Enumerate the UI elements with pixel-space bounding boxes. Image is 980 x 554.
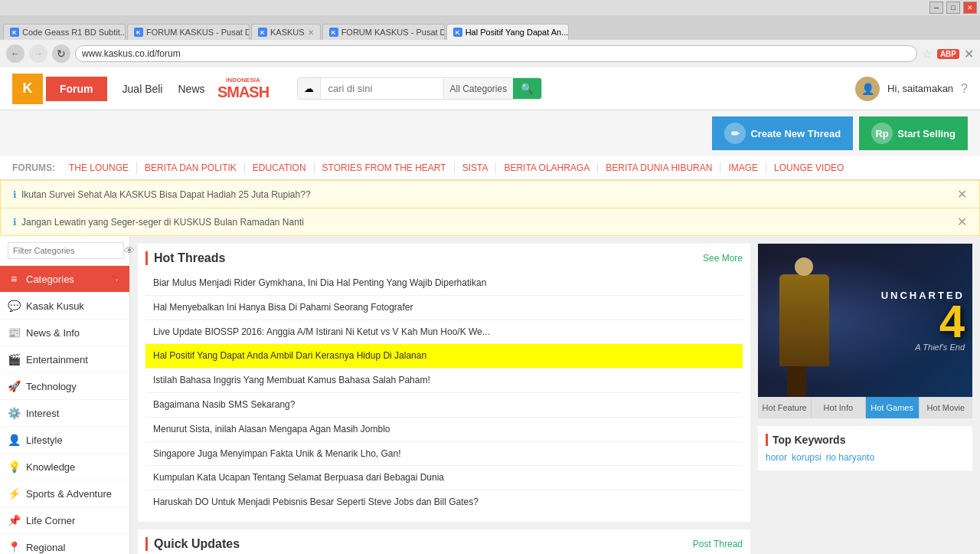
nav-lounge[interactable]: THE LOUNGE <box>61 162 137 173</box>
start-selling-button[interactable]: Rp Start Selling <box>859 116 968 150</box>
adblock-badge[interactable]: ABP <box>937 49 959 59</box>
thread-item-6[interactable]: Menurut Sista, inilah Alasan Mengapa Aga… <box>145 418 743 442</box>
game-tab-hot-feature[interactable]: Hot Feature <box>758 397 812 418</box>
sidebar-item-kasak-kusuk[interactable]: 💬 Kasak Kusuk <box>0 293 129 320</box>
maximize-button[interactable]: □ <box>946 2 960 14</box>
hot-threads-title: Hot Threads <box>145 251 225 265</box>
tab-2[interactable]: K FORUM KASKUS - Pusat D... ✕ <box>127 24 250 40</box>
tab-label-2: FORUM KASKUS - Pusat D... <box>146 28 250 37</box>
sidebar-item-interest[interactable]: ⚙️ Interest <box>0 400 129 427</box>
extension-button[interactable]: ✕ <box>964 47 974 61</box>
keyword-korupsi[interactable]: korupsi <box>792 452 822 463</box>
tab-1[interactable]: K Code Geass R1 BD Subtit... ✕ <box>3 24 126 40</box>
thread-item-0[interactable]: Biar Mulus Menjadi Rider Gymkhana, Ini D… <box>145 271 743 296</box>
sidebar-label-interest: Interest <box>26 408 59 419</box>
action-buttons: ✏ Create New Thread Rp Start Selling <box>0 110 980 156</box>
nav-berita-politik[interactable]: BERITA DAN POLITIK <box>137 162 245 173</box>
close-button[interactable]: ✕ <box>963 2 977 14</box>
categories-icon: ≡ <box>8 273 20 285</box>
address-input[interactable] <box>75 45 917 62</box>
see-more-link[interactable]: See More <box>703 253 743 264</box>
create-thread-icon: ✏ <box>724 123 746 144</box>
tab-4[interactable]: K FORUM KASKUS - Pusat D... ✕ <box>322 24 445 40</box>
sidebar-label-kasak-kusuk: Kasak Kusuk <box>26 300 84 312</box>
alert-icon-2: ℹ <box>13 217 17 228</box>
tab-favicon-1: K <box>10 28 19 37</box>
nav-sista[interactable]: SISTA <box>455 162 497 173</box>
left-content: Hot Threads See More Biar Mulus Menjadi … <box>138 244 750 554</box>
thread-item-3[interactable]: Hal Positif Yang Dapat Anda Ambil Dari K… <box>145 344 743 369</box>
nav-news[interactable]: News <box>178 83 204 95</box>
alert-close-1[interactable]: ✕ <box>957 187 967 202</box>
thread-item-9[interactable]: Haruskah DO Untuk Menjadi Pebisnis Besar… <box>145 490 743 514</box>
forum-button[interactable]: Forum <box>46 77 107 101</box>
sidebar-item-entertainment[interactable]: 🎬 Entertainment <box>0 346 129 373</box>
tab-3[interactable]: K KASKUS ✕ <box>251 24 321 40</box>
keyword-horor[interactable]: horor <box>766 452 787 463</box>
sidebar-item-technology[interactable]: 🚀 Technology <box>0 373 129 400</box>
forums-label: FORUMS: <box>12 162 55 173</box>
thread-item-7[interactable]: Singapore Juga Menyimpan Fakta Unik & Me… <box>145 442 743 467</box>
thread-item-5[interactable]: Bagaimana Nasib SMS Sekarang? <box>145 393 743 418</box>
regional-icon: 📍 <box>8 541 20 553</box>
keywords-list: horor korupsi rio haryanto <box>766 452 965 463</box>
user-avatar[interactable]: 👤 <box>855 77 880 101</box>
alert-close-2[interactable]: ✕ <box>957 215 967 229</box>
header-right: 👤 Hi, saitamakan ? <box>855 77 968 101</box>
nav-education[interactable]: EDUCATION <box>245 162 315 173</box>
back-button[interactable]: ← <box>6 44 24 63</box>
sidebar-label-regional: Regional <box>26 542 65 553</box>
tab-close-3[interactable]: ✕ <box>308 28 314 37</box>
post-thread-button[interactable]: Post Thread <box>693 539 743 549</box>
forward-button[interactable]: → <box>29 44 47 63</box>
forum-nav: FORUMS: THE LOUNGE BERITA DAN POLITIK ED… <box>0 156 980 180</box>
interest-icon: ⚙️ <box>8 407 20 419</box>
nav-olahraga[interactable]: BERITA OLAHRAGA <box>496 162 598 173</box>
kaskus-logo[interactable]: K <box>12 74 43 104</box>
create-thread-button[interactable]: ✏ Create New Thread <box>712 116 853 150</box>
filter-categories-input[interactable] <box>8 242 124 259</box>
game-tab-hot-games[interactable]: Hot Games <box>866 397 920 418</box>
search-button[interactable]: 🔍 <box>513 78 541 99</box>
game-title: UNCHARTED 4 A Thief's End <box>881 290 965 352</box>
minimize-button[interactable]: ─ <box>929 2 943 14</box>
sidebar-item-categories[interactable]: ≡ Categories 🔖 <box>0 266 129 293</box>
sidebar-item-regional[interactable]: 📍 Regional <box>0 534 129 554</box>
thread-item-4[interactable]: Istilah Bahasa Inggris Yang Membuat Kamu… <box>145 369 743 393</box>
search-input[interactable] <box>321 78 443 99</box>
search-category-dropdown[interactable]: All Categories <box>443 79 514 99</box>
nav-hiburan[interactable]: BERITA DUNIA HIBURAN <box>598 162 720 173</box>
window-controls-bar: ─ □ ✕ <box>0 0 980 15</box>
sidebar-item-knowledge[interactable]: 💡 Knowledge <box>0 454 129 480</box>
reload-button[interactable]: ↻ <box>52 44 70 63</box>
bookmark-categories-icon[interactable]: 🔖 <box>110 274 122 284</box>
game-subtitle: A Thief's End <box>881 343 965 352</box>
smash-logo[interactable]: INDONESIA SMASH <box>213 74 274 104</box>
quick-updates-section: Quick Updates Post Thread 💬 Kasak Kusuk … <box>138 529 750 554</box>
sidebar-item-sports-adventure[interactable]: ⚡ Sports & Adventure <box>0 480 129 507</box>
user-name[interactable]: Hi, saitamakan <box>887 83 953 94</box>
bookmark-icon[interactable]: ☆ <box>922 47 933 61</box>
sidebar-label-technology: Technology <box>26 381 77 392</box>
help-button[interactable]: ? <box>961 82 968 96</box>
thread-item-1[interactable]: Hal Menyebalkan Ini Hanya Bisa Di Pahami… <box>145 296 743 320</box>
tab-label-4: FORUM KASKUS - Pusat D... <box>341 28 445 37</box>
tab-5[interactable]: K Hal Positif Yang Dapat An... ✕ <box>446 24 569 40</box>
sidebar-item-news-info[interactable]: 📰 News & Info <box>0 320 129 346</box>
thread-item-2[interactable]: Live Update BIOSSP 2016: Anggia A/M Isti… <box>145 320 743 345</box>
game-tab-hot-movie[interactable]: Hot Movie <box>920 397 972 418</box>
sidebar-item-life-corner[interactable]: 📌 Life Corner <box>0 507 129 534</box>
sidebar-label-categories: Categories <box>26 274 74 285</box>
nav-jual-beli[interactable]: Jual Beli <box>122 83 163 95</box>
address-bar: ← → ↻ ☆ ABP ✕ <box>0 40 980 67</box>
game-tab-hot-info[interactable]: Hot Info <box>812 397 865 418</box>
nav-image[interactable]: IMAGE <box>720 162 766 173</box>
sidebar-label-knowledge: Knowledge <box>26 461 75 473</box>
thread-item-8[interactable]: Kumpulan Kata Ucapan Tentang Selamat Ber… <box>145 466 743 490</box>
tab-favicon-5: K <box>453 28 462 37</box>
keyword-rio[interactable]: rio haryanto <box>826 452 874 463</box>
sidebar-item-lifestyle[interactable]: 👤 Lifestyle <box>0 427 129 454</box>
nav-lounge-video[interactable]: LOUNGE VIDEO <box>766 162 851 173</box>
nav-stories[interactable]: STORIES FROM THE HEART <box>315 162 455 173</box>
hot-threads-section: Hot Threads See More Biar Mulus Menjadi … <box>138 244 750 522</box>
